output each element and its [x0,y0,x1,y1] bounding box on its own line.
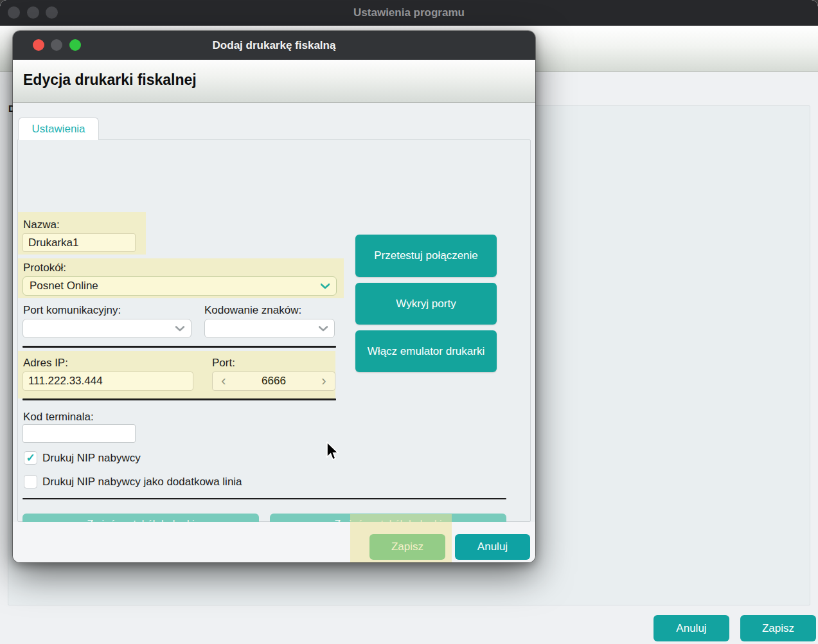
port-stepper-value[interactable]: 6666 [235,375,313,388]
ip-label: Adres IP: [23,357,68,370]
print-nip-checkbox[interactable]: ✓ [24,451,37,465]
check-icon: ✓ [26,452,35,464]
separator-line [22,498,506,499]
protocol-select[interactable]: Posnet Online [22,276,337,296]
main-window-title: Ustawienia programu [0,0,818,26]
dialog-save-button[interactable]: Zapisz [369,534,445,560]
com-port-select[interactable] [22,319,191,338]
protocol-label: Protokół: [23,262,66,274]
name-label: Nazwa: [23,219,60,231]
detect-ports-button[interactable]: Wykryj porty [355,283,497,325]
add-fiscal-printer-dialog: Dodaj drukarkę fiskalną Edycja drukarki … [13,31,535,562]
chevron-down-icon [321,283,330,289]
stepper-decrement-icon[interactable]: ‹ [213,374,235,388]
dialog-heading: Edycja drukarki fiskalnej [23,71,197,89]
print-nip-label: Drukuj NIP nabywcy [42,452,141,465]
dialog-body: Ustawienia Nazwa: Protokół: Posnet Onlin… [13,103,535,522]
chevron-down-icon [319,326,328,332]
main-cancel-button[interactable]: Anuluj [654,615,729,641]
terminal-code-input[interactable] [22,424,136,443]
protocol-select-value: Posnet Online [30,280,321,292]
test-connection-button[interactable]: Przetestuj połączenie [355,235,497,277]
separator-line [22,398,336,400]
main-window-titlebar: Ustawienia programu [0,0,818,26]
dialog-header: Edycja drukarki fiskalnej [13,60,535,103]
port-label: Port: [212,357,235,370]
com-port-label: Port komunikacyjny: [23,304,121,317]
ip-input[interactable] [22,371,193,391]
tab-ustawienia[interactable]: Ustawienia [18,117,99,140]
encoding-label: Kodowanie znaków: [204,304,301,317]
separator-line [22,346,336,348]
nip-extra-line-checkbox[interactable] [24,475,37,488]
name-input[interactable] [22,233,136,252]
terminal-code-label: Kod terminala: [23,411,94,424]
dialog-titlebar: Dodaj drukarkę fiskalną [13,31,535,60]
dialog-title: Dodaj drukarkę fiskalną [13,31,535,60]
nip-extra-line-label: Drukuj NIP nabywcy jako dodatkowa linia [42,476,242,488]
enable-emulator-button[interactable]: Włącz emulator drukarki [355,330,497,372]
chevron-down-icon [175,326,184,332]
main-save-button[interactable]: Zapisz [740,615,816,641]
stepper-increment-icon[interactable]: › [313,374,335,388]
screen: Ustawienia programu D Anuluj Zapisz Doda… [0,0,818,644]
encoding-select[interactable] [204,319,335,338]
port-stepper: ‹ 6666 › [212,371,335,391]
dialog-cancel-button[interactable]: Anuluj [455,534,530,560]
